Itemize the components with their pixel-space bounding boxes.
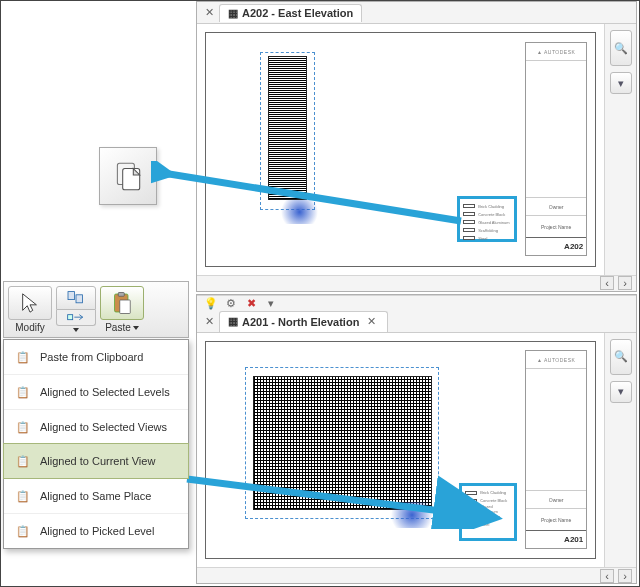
lightbulb-icon[interactable]: 💡 [203,295,219,311]
drawing-canvas-top[interactable]: Brick Cladding Concrete Block Glazed Alu… [197,24,604,275]
building-elevation [253,376,432,510]
zoom-extents-button[interactable]: 🔍 [610,30,632,66]
menu-label: Aligned to Selected Views [40,421,167,433]
autodesk-logo: ▲ AUTODESK [526,43,586,61]
selection-graphic [385,502,439,528]
scroll-left-icon[interactable]: ‹ [600,569,614,583]
delete-icon[interactable]: ✖ [243,295,259,311]
view-pane-north-elevation: 💡 ⚙ ✖ ▾ ✕ ▦ A201 - North Elevation ✕ Bri… [196,294,637,585]
align-sub-icon [66,313,86,323]
close-pane-icon[interactable]: ✕ [201,5,217,21]
titleblock: ▲ AUTODESK Owner Project Name A201 [525,350,587,549]
clipboard-icon: 📋 [14,348,32,366]
aligned-picked-level-item[interactable]: 📋 Aligned to Picked Level [4,513,188,548]
svg-rect-7 [120,300,131,314]
view-tabbar-top: ✕ ▦ A202 - East Elevation [197,2,636,24]
clipboard-paste-icon [110,291,134,315]
sheet-icon: ▦ [228,315,238,328]
svg-rect-2 [68,292,74,300]
legend-row: Glazed Aluminum [465,505,511,513]
modify-button[interactable]: Modify [8,286,52,333]
paste-from-clipboard-item[interactable]: 📋 Paste from Clipboard [4,340,188,374]
aligned-selected-views-item[interactable]: 📋 Aligned to Selected Views [4,409,188,444]
legend-row: Steel [463,234,511,242]
tab-north-elevation[interactable]: ▦ A201 - North Elevation ✕ [219,311,388,332]
building-elevation [268,56,307,200]
scroll-right-icon[interactable]: › [618,276,632,290]
legend-row: Scaffolding [463,226,511,234]
legend-row: Glazed Aluminum [463,218,511,226]
svg-rect-6 [118,293,124,297]
tab-label: A202 - East Elevation [242,7,353,19]
view-tabbar-bottom: ✕ ▦ A201 - North Elevation ✕ [197,311,636,333]
cursor-icon [19,292,41,314]
legend-row: Steel [465,521,511,529]
clipboard-icon: 📋 [14,452,32,470]
tab-label: A201 - North Elevation [242,316,359,328]
legend-pasted[interactable]: Brick Cladding Concrete Block Glazed Alu… [459,483,517,541]
aligned-same-place-item[interactable]: 📋 Aligned to Same Place [4,478,188,513]
sheet-icon: ▦ [228,7,238,20]
chevron-down-icon [73,328,79,332]
close-tab-icon[interactable]: ✕ [363,314,379,330]
paste-button[interactable]: Paste [100,286,144,333]
drawing-canvas-bottom[interactable]: Brick Cladding Concrete Block Glazed Alu… [197,333,604,568]
ribbon-panel: Modify Paste 📋 Paste from Clipboard [3,281,189,549]
view-pane-east-elevation: ✕ ▦ A202 - East Elevation Brick Cladding… [196,1,637,292]
tab-east-elevation[interactable]: ▦ A202 - East Elevation [219,4,362,22]
nav-dropdown-button[interactable]: ▾ [610,72,632,94]
aligned-selected-levels-item[interactable]: 📋 Aligned to Selected Levels [4,374,188,409]
zoom-extents-button[interactable]: 🔍 [610,339,632,375]
copy-icon [111,159,145,193]
modify-label: Modify [15,322,44,333]
clipboard-icon: 📋 [14,418,32,436]
clipboard-icon: 📋 [14,522,32,540]
nav-dropdown-button[interactable]: ▾ [610,381,632,403]
navigation-bar: 🔍 ▾ [604,333,636,568]
legend-row: Brick Cladding [465,489,511,497]
aligned-current-view-item[interactable]: 📋 Aligned to Current View [3,443,189,479]
view-body-top: Brick Cladding Concrete Block Glazed Alu… [197,24,636,275]
menu-label: Paste from Clipboard [40,351,143,363]
titleblock: ▲ AUTODESK Owner Project Name A202 [525,42,587,256]
paste-label: Paste [105,322,131,333]
sheet: Brick Cladding Concrete Block Glazed Alu… [205,341,596,560]
svg-rect-4 [68,314,73,319]
menu-label: Aligned to Current View [40,455,155,467]
tb-owner: Owner [526,197,586,215]
scroll-right-icon[interactable]: › [618,569,632,583]
view-stack: ✕ ▦ A202 - East Elevation Brick Cladding… [196,1,637,584]
legend-row: Scaffolding [465,513,511,521]
tb-project: Project Name [526,508,586,530]
sheet: Brick Cladding Concrete Block Glazed Alu… [205,32,596,267]
menu-label: Aligned to Picked Level [40,525,154,537]
legend-source[interactable]: Brick Cladding Concrete Block Glazed Alu… [457,196,517,242]
view-body-bottom: Brick Cladding Concrete Block Glazed Alu… [197,333,636,568]
selection-graphic [276,200,323,223]
menu-label: Aligned to Same Place [40,490,151,502]
horizontal-scrollbar[interactable]: ‹ › [197,275,636,291]
chevron-down-icon [133,326,139,330]
scroll-left-icon[interactable]: ‹ [600,276,614,290]
tb-sheet-number: A201 [526,530,586,548]
tb-owner: Owner [526,490,586,508]
close-pane-icon[interactable]: ✕ [201,313,217,329]
dropdown-icon[interactable]: ▾ [263,295,279,311]
align-icon [66,290,86,306]
view-control-bar: 💡 ⚙ ✖ ▾ [197,295,636,311]
clipboard-icon: 📋 [14,383,32,401]
horizontal-scrollbar[interactable]: ‹ › [197,567,636,583]
tb-sheet-number: A202 [526,237,586,255]
ribbon-buttons: Modify Paste [3,281,189,338]
navigation-bar: 🔍 ▾ [604,24,636,275]
svg-rect-3 [76,295,82,303]
legend-row: Brick Cladding [463,202,511,210]
filter-icon[interactable]: ⚙ [223,295,239,311]
paste-dropdown: 📋 Paste from Clipboard 📋 Aligned to Sele… [3,339,189,549]
tb-project: Project Name [526,215,586,237]
menu-label: Aligned to Selected Levels [40,386,170,398]
autodesk-logo: ▲ AUTODESK [526,351,586,369]
clipboard-icon: 📋 [14,487,32,505]
legend-row: Concrete Block [463,210,511,218]
align-split-button[interactable] [56,286,96,333]
